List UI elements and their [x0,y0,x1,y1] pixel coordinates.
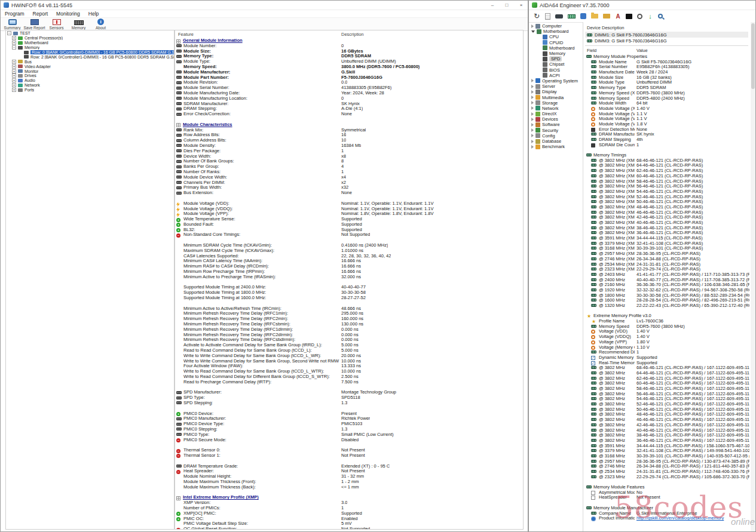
row-minimum-refresh-recovery-time-delay-trfc2d[interactable]: Minimum Refresh Recovery Time Delay (tRF… [175,333,523,338]
row-module-serial-number[interactable]: Module Serial Number:4138883305 (E95B82F… [175,85,523,91]
tree-expand-icon[interactable]: + [12,88,16,92]
row-timing-22[interactable]: @ 2403 MHz41-41-41-77 (CL-RCD-RP-RAS) / … [585,272,749,278]
row-memory-type[interactable]: Memory Type:DDR5 SDRAM [175,54,523,59]
row-timing-25[interactable]: @ 1920 MHz32-32-32-62 (CL-RCD-RP-RAS) / … [585,288,749,293]
sidebar-item-acpi[interactable]: ACPI [530,73,582,78]
row-thermal-sensor-1[interactable]: –Thermal Sensor 1:Not Present [175,453,523,459]
toolbar-about-button[interactable]: iAbout [91,18,111,30]
row-timing-18[interactable]: @ 2957 MHz (XMP)28-36-36-95 (CL-RCD-RP-R… [585,251,749,257]
row-heat-spreader[interactable]: –Heat Spreader:Not Present [175,469,523,474]
sidebar-item-motherboard[interactable]: Motherboard [530,45,582,51]
tree-item-ports[interactable]: +Ports [6,88,174,93]
row-timing-24[interactable]: @ 2160 MHz36-36-36-70 (CL-RCD-RP-RAS) / … [585,282,749,288]
sidebar-item-cpu[interactable]: CPU [530,34,582,39]
row-timing-13[interactable]: @ 3802 MHz (XMP)38-46-46-121 (CL-RCD-RP-… [585,226,749,231]
row-timing-41[interactable]: @ 3802 MHz40-46-46-121 (CL-RCD-RP-RAS) /… [585,428,749,433]
row-timing-42[interactable]: @ 3802 MHz38-46-46-121 (CL-RCD-RP-RAS) /… [585,433,749,438]
row-module-voltage-vdd[interactable]: Module Voltage (VDD):Nominal: 1.1V, Oper… [175,201,523,207]
description-column-header[interactable]: Description [341,32,364,37]
tree-item-audio[interactable]: +Audio [6,78,174,83]
row-timing-7[interactable]: @ 3802 MHz (XMP)52-46-46-121 (CL-RCD-RP-… [585,195,749,200]
row-memory-speed[interactable]: Memory Speed:3800.0 MHz (DDR5-7600 / PC5… [175,64,523,70]
row-heatspreader[interactable]: HeatSpreaderNot Present [585,495,749,500]
row-timing-34[interactable]: @ 3802 MHz56-46-46-121 (CL-RCD-RP-RAS) /… [585,392,749,397]
maximize-button[interactable]: □ [503,2,510,8]
sidebar-item-database[interactable]: Database [530,139,582,144]
tree-item-drives[interactable]: +Drives [6,73,174,78]
row-activate-to-activate-command-delay-for-sam[interactable]: Activate to Activate Command Delay for S… [175,343,523,348]
sidebar-item-storage[interactable]: Storage [530,100,582,106]
section-memory-module-properties[interactable]: Memory Module Properties [585,54,749,60]
row-timing-23[interactable]: @ 2400 MHz40-40-40-77 (CL-RCD-RP-RAS) / … [585,278,749,283]
feature-column-header[interactable]: Feature [178,32,194,37]
tree-item-central-processor-s[interactable]: +Central Processor(s) [6,36,174,41]
scrollbar-thumb[interactable] [751,23,755,89]
row-timing-37[interactable]: @ 3802 MHz50-46-46-121 (CL-RCD-RP-RAS) /… [585,407,749,413]
row-timing-40[interactable]: @ 3802 MHz42-46-46-121 (CL-RCD-RP-RAS) /… [585,423,749,428]
row-supported-module-timing-at-1800-0-mhz[interactable]: Supported Module Timing at 1800.0 MHz:30… [175,290,523,296]
row-timing-48[interactable]: @ 2746 MHz26-34-34-88 (CL-RCD-RP-RAS) / … [585,464,749,469]
row-module-type[interactable]: Module Type:Unbuffered DIMM (UDIMM) [175,59,523,64]
row-timing-39[interactable]: @ 3802 MHz46-46-46-121 (CL-RCD-RP-RAS) /… [585,417,749,423]
section-memory-module-manufacturer[interactable]: Memory Module Manufacturer [585,506,749,511]
row-timing-5[interactable]: @ 3802 MHz (XMP)56-46-46-121 (CL-RCD-RP-… [585,184,749,189]
row-voltage-vddq[interactable]: Voltage (VDDQ)1.40 V [585,334,749,340]
row-pmic0-device[interactable]: +PMIC0 Device:Present [175,411,523,417]
row-timing-31[interactable]: @ 3802 MHz62-46-46-121 (CL-RCD-RP-RAS) /… [585,376,749,382]
row-module-maximum-thickness-front[interactable]: Module Maximum Thickness (Front):1 - 2 m… [175,479,523,485]
row-dies-per-package[interactable]: Dies Per Package:1 [175,149,523,154]
tree-expand-icon[interactable]: + [12,64,16,69]
sidebar-item-operating-system[interactable]: Operating System [530,78,582,84]
sidebar-item-directx[interactable]: DirectX [530,111,582,116]
field-column-header[interactable]: Field [587,48,596,53]
row-module-name[interactable]: Module NameG Skill F5-7600J3646G16G [585,60,749,65]
row-timing-30[interactable]: @ 3802 MHz64-46-46-121 (CL-RCD-RP-RAS) /… [585,371,749,376]
row-number-of-pmics[interactable]: Number of PMICs:1 [175,506,523,511]
toolbar-refresh-icon[interactable]: ↻ [533,13,540,20]
row-timing-26[interactable]: @ 1800 MHz30-30-30-58 (CL-RCD-RP-RAS) / … [585,293,749,299]
row-timing-29[interactable]: @ 3802 MHz68-46-46-121 (CL-RCD-RP-RAS) /… [585,365,749,371]
tree-item-network[interactable]: +Network [6,83,174,88]
row-module-size[interactable]: Module Size:16 GBytes [175,49,523,54]
row-timing-17[interactable]: @ 3168 MHz (XMP)30-39-39-101 (CL-RCD-RP-… [585,246,749,251]
row-non-standard-core-timings[interactable]: –Non-Standard Core Timings:Not Supported [175,232,523,238]
row-recommended-dimms-per[interactable]: Recommended DIMMs Per ...1 [585,350,749,355]
row-four-activate-window-tfaw[interactable]: Four Activate Window (tFAW):13.333 ns [175,364,523,369]
row-asymmetrical-module[interactable]: Asymmetrical ModuleNo [585,490,749,496]
row-timing-44[interactable]: @ 3591 MHz34-44-44-115 (CL-RCD-RP-RAS) /… [585,444,749,449]
row-minimum-refresh-recovery-time-delay-trfcsb[interactable]: Minimum Refresh Recovery Time Delay (tRF… [175,337,523,343]
row-timing-2[interactable]: @ 3802 MHz (XMP)62-46-46-121 (CL-RCD-RP-… [585,168,749,174]
row-number-of-bank-groups[interactable]: Number Of Bank Groups:8 [175,159,523,164]
row-write-to-write-command-delay-for-same-bank[interactable]: Write to Write Command Delay for Same Ba… [175,359,523,364]
row-minimum-refresh-recovery-time-delay-trfc1m[interactable]: Minimum Refresh Recovery Time Delay (tRF… [175,311,523,316]
row-voltage-vpp[interactable]: Voltage (VPP)1.80 V [585,340,749,345]
tree-expand-icon[interactable]: + [12,83,16,87]
section-general-module-information[interactable]: General Module Information [175,38,523,44]
sidebar-item-network[interactable]: Network [530,106,582,111]
row-bounded-fault[interactable]: +Bounded Fault:Supported [175,222,523,227]
toolbar-sensors-button[interactable]: Sensors [47,18,66,30]
row-minimum-refresh-recovery-time-delay-trfcsb[interactable]: Minimum Refresh Recovery Time Delay (tRF… [175,322,523,327]
row-rank-mix[interactable]: Rank Mix:Symmetrical [175,128,523,133]
row-timing-38[interactable]: @ 3802 MHz48-46-46-121 (CL-RCD-RP-RAS) /… [585,412,749,417]
row-memory-speed[interactable]: Memory SpeedDDR5-4800 (2400 MHz) [585,96,749,102]
menu-help[interactable]: Help [88,11,99,17]
row-spd-type[interactable]: SPD Type:SPD5118 [175,395,523,401]
row-timing-46[interactable]: @ 3168 MHz30-39-39-101 (CL-RCD-RP-RAS) /… [585,454,749,459]
toolbar-search-icon[interactable] [658,14,663,19]
row-pmic0-type[interactable]: PMIC0 Type:Small PMIC (Low Current) [175,432,523,438]
tree-expand-icon[interactable]: + [12,60,16,64]
section-module-characteristics[interactable]: Module Characteristics [175,122,523,128]
row-timing-36[interactable]: @ 3802 MHz52-46-46-121 (CL-RCD-RP-RAS) /… [585,402,749,407]
row-maximum-sdram-cycle-time-tckavgmax[interactable]: Maximum SDRAM Cycle Time (tCKAVGmax):1.0… [175,248,523,254]
row-module-nominal-height[interactable]: Module Nominal Height:31 - 32 mm [175,474,523,479]
row-module-voltage-vddq[interactable]: Module Voltage (VDDQ):Nominal: 1.1V, Ope… [175,207,523,212]
row-voltage-memory-controller[interactable]: Voltage (Memory Controller)1.10 V [585,345,749,350]
row-dram-manufacturer[interactable]: DRAM ManufacturerSK hynix [585,132,749,137]
toolbar-summary-button[interactable]: Summary [2,18,22,30]
row-minimum-row-precharge-time-trpmin[interactable]: Minimum Row Precharge Time (tRPmin):16.6… [175,269,523,275]
sidebar-item-chipset[interactable]: Chipset [530,61,582,67]
tree-item-row-0-bank-0-controller0-dimm0-16-gb-pc5-6[interactable]: Row: 0 [BANK 0/Controller0-DIMM0] - 16 G… [6,50,174,55]
value-column-header[interactable]: Value [636,48,648,53]
row-timing-11[interactable]: @ 3802 MHz (XMP)42-46-46-121 (CL-RCD-RP-… [585,215,749,220]
